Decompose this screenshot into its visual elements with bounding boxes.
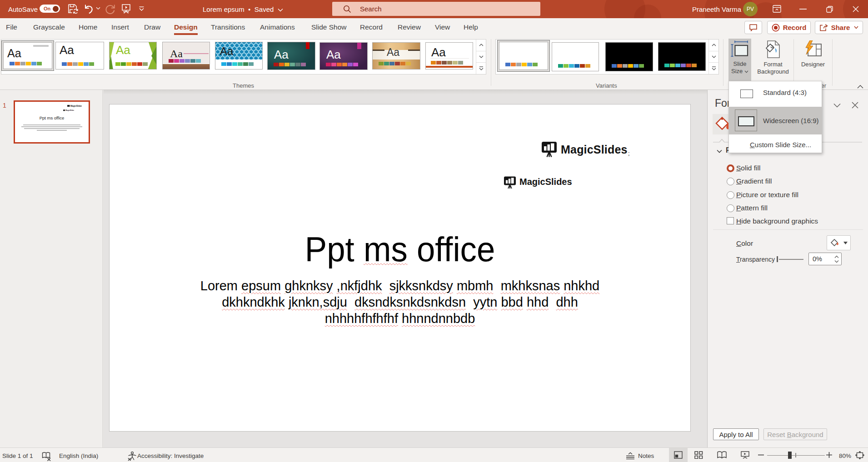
- svg-text:MagicSlides: MagicSlides: [70, 105, 82, 107]
- svg-text:MagicSlides: MagicSlides: [65, 109, 74, 111]
